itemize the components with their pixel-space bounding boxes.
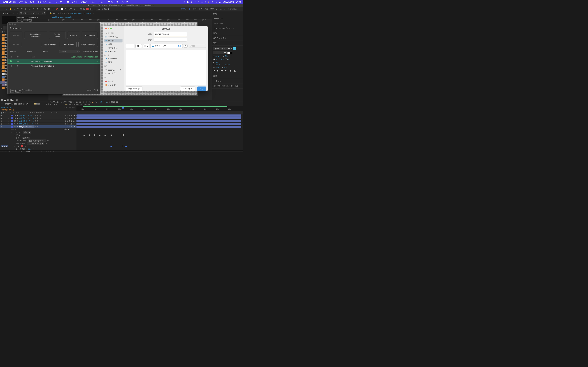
layer-color[interactable]: [11, 115, 13, 117]
viewer-time[interactable]: 0;00;08;05: [109, 101, 118, 103]
app-name[interactable]: After Effects: [3, 1, 16, 3]
timeline-layer-row[interactable]: ◉ › 20 ★ font_Hアウトライン 单 ✻ / ⊘ 1. ヌル 1 ▾: [0, 120, 243, 123]
eraser-tool-icon[interactable]: ◧: [47, 8, 50, 11]
preview-panel[interactable]: プレビュー: [212, 21, 243, 26]
bpc-label[interactable]: 8 bpc: [10, 99, 14, 101]
superscript-button[interactable]: T¹: [229, 70, 232, 73]
viewer-icon[interactable]: ▣: [79, 101, 81, 103]
render-button[interactable]: Render: [10, 42, 22, 47]
text-tool-icon[interactable]: T: [36, 8, 39, 11]
timeline-property-row[interactable]: Ö 不透明度100% ⊘: [0, 148, 243, 150]
timeline-property-row[interactable]: ⌄ 塗り 1通常: [0, 136, 243, 139]
annotations-button[interactable]: Annotations: [82, 32, 98, 39]
select-all-link[interactable]: Select All Comps: [10, 91, 32, 93]
clone-tool-icon[interactable]: ⧉: [43, 8, 47, 11]
sidebar-item-icloud-drive[interactable]: ☁iCloud Dri…: [104, 57, 122, 60]
viewer-icon[interactable]: ⊡: [89, 101, 90, 103]
gear-icon[interactable]: ⚙: [17, 56, 19, 58]
project-tab[interactable]: プロジェクト: [1, 11, 15, 15]
italic-button[interactable]: T: [216, 70, 219, 73]
keyframe[interactable]: [88, 134, 90, 136]
folder-icon[interactable]: ▬: [4, 99, 6, 101]
visibility-icon[interactable]: ◉: [0, 123, 2, 125]
visibility-icon[interactable]: ◉: [0, 120, 2, 122]
hand-tool-icon[interactable]: ✋: [9, 8, 12, 11]
bodymovin-comp-row[interactable]: ⚙ Mochiya_logo_animation 2 ···: [8, 64, 100, 68]
layer-name[interactable]: font_Iアウトライン: [19, 123, 35, 125]
timeline-layer-row[interactable]: ◉ › 19 ★ font_Cアウトライン 单 ✻ / fx ⊘ 1. ヌル 1…: [0, 117, 243, 120]
save-button[interactable]: 保存: [197, 86, 206, 91]
zoom-button[interactable]: [110, 28, 112, 29]
blend-mode-select[interactable]: 通常: [23, 131, 31, 134]
timeline-property-row[interactable]: 塗りの規則ワインディング規則 ⊘: [0, 142, 243, 145]
ws-default[interactable]: デフォルト: [181, 8, 190, 10]
layer-bar[interactable]: [77, 123, 241, 125]
search-input[interactable]: ⌕ 検索: [189, 44, 206, 48]
sidebar-item-downloads[interactable]: ⬇ダウンロ…: [104, 46, 122, 50]
search-box-icon[interactable]: ▭: [219, 8, 222, 11]
menu-effect[interactable]: エフェクト: [67, 0, 78, 3]
audio-panel[interactable]: オーディオ: [212, 16, 243, 21]
viewer-icon[interactable]: ▦: [76, 101, 78, 103]
close-button[interactable]: [105, 28, 107, 29]
v-scale[interactable]: 100 %: [215, 64, 220, 66]
snap-option-icon[interactable]: ◇: [73, 8, 76, 11]
tracking[interactable]: 0: [228, 58, 229, 60]
expand-icon[interactable]: ›: [9, 120, 10, 122]
menu-file[interactable]: ファイル: [19, 0, 27, 3]
group-button[interactable]: ☰ ▾: [143, 44, 149, 48]
ws-standard[interactable]: 標準: [210, 8, 214, 10]
more-icon[interactable]: ···: [96, 65, 98, 67]
parent-col[interactable]: 親とリンク: [50, 111, 76, 114]
workspace-more-icon[interactable]: »: [215, 8, 218, 11]
pen-tool-icon[interactable]: ✎: [32, 8, 35, 11]
lang-icon[interactable]: A: [198, 1, 199, 3]
expand-icon[interactable]: ›: [9, 117, 10, 119]
import-lottie-button[interactable]: Import Lottie Animation: [24, 32, 47, 39]
expand-icon[interactable]: ›: [9, 115, 10, 117]
quality-level[interactable]: (フル画質): [63, 101, 72, 103]
file-browser[interactable]: [126, 50, 206, 85]
select-radio[interactable]: [10, 65, 12, 67]
font-select[interactable]: ヒラギノ角ゴ Std: [213, 47, 231, 50]
name-search-input[interactable]: Name ⌕: [59, 50, 79, 53]
layer-bar[interactable]: [77, 126, 241, 128]
kerning[interactable]: メトリクス: [216, 58, 224, 60]
keyframe[interactable]: [104, 134, 106, 136]
comp-header-name[interactable]: Mochiya_logo_animation: [70, 12, 91, 14]
minimize-button[interactable]: [108, 28, 109, 29]
visibility-icon[interactable]: ◉: [0, 126, 2, 128]
timeline-layer-row[interactable]: ◉ › 18 ★ font_Aアウトライン 单 ✻ / fx ⊘ 1. ヌル 1…: [0, 114, 243, 117]
stroke-swatch[interactable]: [93, 8, 96, 10]
rotate-tool-icon[interactable]: ↻: [20, 8, 24, 11]
trash-icon[interactable]: 🗑: [16, 99, 18, 101]
collapse-button[interactable]: ^: [184, 45, 188, 48]
timeline-property-row[interactable]: コンテンツ追加: ◉: [0, 128, 243, 131]
wifi-icon[interactable]: ᯤ: [212, 1, 214, 3]
paragraph-panel[interactable]: 段落: [212, 74, 243, 79]
bold-button[interactable]: T: [213, 70, 216, 73]
color-icon[interactable]: ◆: [92, 101, 94, 103]
timeline-layer-row[interactable]: ◉ ⌄ 22 ★ font_I…ライン 2 单 ✻ / ⊘ 1. ヌル 1 ▾: [0, 125, 243, 128]
menu-edit[interactable]: 編集: [30, 0, 35, 3]
keyframe[interactable]: [83, 134, 85, 136]
back-button[interactable]: ‹: [126, 44, 130, 48]
panel-menu-icon[interactable]: ≡: [93, 12, 94, 14]
layer-name[interactable]: font_Cアウトライン: [19, 117, 35, 119]
sidebar-tag-orange[interactable]: オレンジ: [104, 83, 122, 87]
viewer-icon[interactable]: ◫: [83, 101, 84, 103]
zoom-tool-icon[interactable]: ⌕: [13, 8, 16, 11]
refresh-list-button[interactable]: Refresh list: [61, 42, 77, 47]
exposure[interactable]: +0.0: [98, 101, 102, 103]
effects-panel[interactable]: エフェクト＆プリセット: [212, 26, 243, 31]
selection-tool-icon[interactable]: ▶: [5, 8, 8, 11]
timeline-property-row[interactable]: コンポジット同じグループの前面の… ⊘: [0, 139, 243, 142]
camera-icon[interactable]: 📷: [105, 101, 108, 103]
zoom-level[interactable]: (96.5 %): [52, 101, 59, 103]
stroke-width[interactable]: - px: [215, 61, 218, 63]
select-radio[interactable]: [10, 60, 12, 62]
location-selector[interactable]: ▬デスクトップ �◉: [150, 44, 183, 48]
battery-icon[interactable]: ▭: [201, 1, 203, 3]
timeline-property-row[interactable]: ⌄ グループ 1通常: [0, 131, 243, 134]
content-aware-fill-panel[interactable]: コンテンツに応じた塗りつぶし: [212, 84, 243, 89]
